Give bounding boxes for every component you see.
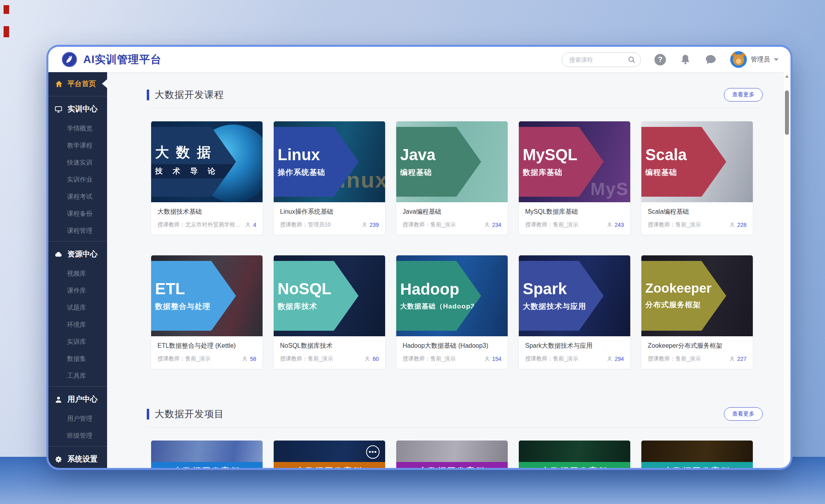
help-icon[interactable]: ?	[654, 54, 666, 65]
divider	[48, 241, 107, 241]
project-banner: 大数据开发案例	[641, 462, 753, 468]
user-menu[interactable]: 管理员	[730, 51, 779, 68]
app-logo-icon	[61, 51, 78, 68]
course-cover: Java 编程基础	[396, 121, 508, 202]
user-icon	[54, 395, 63, 404]
sidebar-item-class-management[interactable]: 班级管理	[48, 427, 107, 445]
course-teacher: 授课教师：售前_演示	[648, 221, 726, 228]
person-icon	[484, 356, 490, 362]
sidebar-section-settings[interactable]: 系统设置	[48, 448, 107, 468]
person-icon	[729, 222, 735, 228]
course-title: Spark大数据技术与应用	[525, 342, 624, 350]
person-icon	[606, 356, 613, 362]
sidebar-item-courseware-library[interactable]: 课件库	[48, 282, 107, 299]
sidebar-item-course-exams[interactable]: 课程考试	[48, 188, 107, 205]
cover-arrow: NoSQL 数据库技术	[274, 261, 359, 331]
course-title: Zookeeper分布式服务框架	[648, 342, 746, 350]
course-card[interactable]: ETL 数据整合与处理 ETL数据整合与处理 (Kettle) 授课教师：售前_…	[151, 255, 263, 369]
enrollment-count: 239	[361, 222, 379, 228]
sidebar-item-question-library[interactable]: 试题库	[48, 299, 107, 316]
course-card[interactable]: Java 编程基础 Java编程基础 授课教师：售前_演示	[396, 121, 508, 235]
cover-arrow: Spark 大数据技术与应用	[519, 261, 604, 331]
course-title: NoSQL数据库技术	[280, 342, 379, 350]
course-teacher: 授课教师：售前_演示	[403, 355, 481, 362]
course-card[interactable]: Spark 大数据技术与应用 Spark大数据技术与应用 授课教师：售前_演示	[518, 255, 631, 369]
project-card[interactable]: 大数据开发案例	[641, 440, 753, 468]
enrollment-count: 228	[729, 222, 746, 228]
sidebar-item-training-homework[interactable]: 实训作业	[48, 171, 107, 188]
ellipsis-icon: •••	[366, 445, 380, 459]
scrollbar	[783, 72, 790, 468]
sidebar-item-tool-library[interactable]: 工具库	[48, 368, 107, 385]
sidebar-item-learning-overview[interactable]: 学情概览	[48, 120, 107, 137]
sidebar-section-users[interactable]: 用户中心	[48, 388, 107, 410]
main-content: 大数据开发课程 查看更多 大 数 据 技 术 导 论 大数据	[107, 72, 790, 468]
course-card[interactable]: MyS MySQL 数据库基础 MySQL数据库基础 授课教师：售前_演示	[518, 121, 631, 235]
sidebar-item-video-library[interactable]: 视频库	[48, 265, 107, 282]
sidebar-item-quick-training[interactable]: 快速实训	[48, 154, 107, 171]
enrollment-count: 4	[245, 222, 256, 228]
project-card[interactable]: 大数据开发案例	[518, 440, 631, 468]
divider	[48, 386, 107, 387]
sidebar-item-course-backup[interactable]: 课程备份	[48, 205, 107, 222]
sidebar-item-teaching-courses[interactable]: 教学课程	[48, 137, 107, 154]
enrollment-count: 234	[484, 222, 501, 228]
person-icon	[364, 356, 370, 362]
sidebar-item-training-library[interactable]: 实训库	[48, 333, 107, 351]
sidebar-item-environment-library[interactable]: 环境库	[48, 316, 107, 333]
project-card[interactable]: ••• 大数据开发案例	[273, 440, 386, 468]
course-grid: 大 数 据 技 术 导 论 大数据技术基础 授课教师：北京市对外贸易学校教...	[151, 121, 763, 369]
course-teacher: 授课教师：售前_演示	[648, 355, 726, 362]
project-card[interactable]: 大数据开发案例	[151, 440, 263, 468]
project-banner: 大数据开发案例	[274, 462, 385, 468]
chevron-down-icon	[774, 58, 779, 61]
active-item-arrow	[102, 79, 107, 88]
section-header-courses: 大数据开发课程 查看更多	[147, 88, 763, 102]
bell-icon[interactable]	[679, 54, 691, 65]
sidebar-item-user-management[interactable]: 用户管理	[48, 410, 107, 427]
divider	[147, 427, 763, 427]
enrollment-count: 294	[606, 356, 624, 362]
section-title: 大数据开发项目	[155, 408, 224, 420]
view-more-courses-button[interactable]: 查看更多	[724, 88, 763, 102]
divider	[48, 446, 107, 447]
message-icon[interactable]	[705, 54, 717, 65]
person-icon	[606, 222, 613, 228]
search-icon[interactable]	[627, 56, 636, 64]
username: 管理员	[751, 56, 770, 64]
course-title: Java编程基础	[403, 208, 501, 216]
course-card[interactable]: Linux Linux 操作系统基础 Linux操作系统基础 授课教师：管理员1…	[273, 121, 386, 235]
section-title: 大数据开发课程	[155, 88, 224, 101]
course-card[interactable]: NoSQL 数据库技术 NoSQL数据库技术 授课教师：售前_演示	[273, 255, 386, 369]
gear-icon	[54, 455, 63, 464]
course-card[interactable]: Hadoop 大数据基础（Hadoop3） Hadoop大数据基础 (Hadoo…	[396, 255, 508, 369]
avatar[interactable]	[730, 51, 747, 68]
divider	[48, 96, 107, 96]
course-card[interactable]: 大 数 据 技 术 导 论 大数据技术基础 授课教师：北京市对外贸易学校教...	[151, 121, 263, 235]
sidebar-item-home[interactable]: 平台首页	[48, 73, 107, 94]
course-search	[562, 52, 641, 67]
person-icon	[729, 356, 735, 362]
course-card[interactable]: Zookeeper 分布式服务框架 Zookeeper分布式服务框架 授课教师：…	[641, 255, 753, 369]
scrollbar-up-arrow[interactable]	[785, 75, 789, 78]
view-more-projects-button[interactable]: 查看更多	[724, 407, 763, 421]
project-card[interactable]: 大数据开发案例	[396, 440, 508, 468]
course-cover: ETL 数据整合与处理	[151, 255, 263, 336]
course-cover: Spark 大数据技术与应用	[519, 255, 630, 336]
project-grid: 大数据开发案例 ••• 大数据开发案例 大数据开发案例 大数据开发案例	[151, 440, 763, 468]
cover-arrow: Zookeeper 分布式服务框架	[641, 261, 726, 331]
sidebar-section-training[interactable]: 实训中心	[48, 98, 107, 120]
sidebar-item-datasets[interactable]: 数据集	[48, 351, 107, 368]
monitor-icon	[54, 105, 63, 113]
course-teacher: 授课教师：管理员10	[280, 221, 358, 228]
course-title: Linux操作系统基础	[280, 208, 379, 216]
person-icon	[484, 222, 490, 228]
scrollbar-thumb[interactable]	[785, 90, 789, 135]
course-cover: Scala 编程基础	[641, 121, 753, 202]
enrollment-count: 60	[364, 356, 379, 362]
sidebar-item-course-management[interactable]: 课程管理	[48, 222, 107, 240]
sidebar-section-resources[interactable]: 资源中心	[48, 243, 107, 265]
course-card[interactable]: Scala 编程基础 Scala编程基础 授课教师：售前_演示	[641, 121, 753, 235]
project-banner: 大数据开发案例	[519, 462, 630, 468]
screen-artifact	[4, 26, 9, 37]
